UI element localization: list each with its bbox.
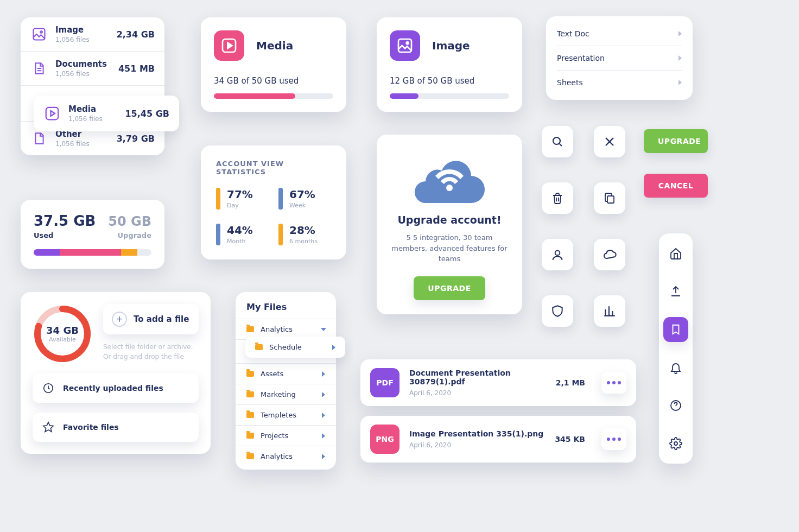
svg-rect-4 — [398, 39, 411, 52]
recent-files-link[interactable]: Recently uploaded files — [33, 373, 199, 403]
cancel-button[interactable]: CANCEL — [644, 174, 708, 198]
chart-button[interactable] — [594, 295, 625, 327]
copy-button[interactable] — [594, 182, 625, 214]
upgrade-title: Upgrade account! — [391, 214, 508, 226]
shield-button[interactable] — [542, 295, 573, 327]
folder-analytics-2[interactable]: Analytics — [236, 446, 336, 466]
storage-used-card: 37.5 GB50 GB UsedUpgrade — [21, 200, 164, 269]
file-date: April 6, 2020 — [409, 389, 546, 397]
used-label: Used — [34, 231, 53, 239]
clock-icon — [42, 382, 54, 394]
document-icon — [30, 60, 48, 77]
stat-month: 44%Month — [216, 224, 269, 245]
cloud-button[interactable] — [594, 239, 625, 270]
chevron-down-icon — [321, 328, 326, 331]
ctx-label: Sheets — [557, 78, 583, 87]
chevron-right-icon — [678, 55, 682, 61]
folder-icon — [246, 391, 254, 397]
storage-categories: Image1,056 files 2,34 GB Documents1,056 … — [21, 17, 164, 155]
file-date: April 6, 2020 — [409, 441, 545, 449]
ctx-label: Presentation — [557, 54, 605, 62]
chevron-right-icon — [322, 433, 325, 439]
ctx-label: Text Doc — [557, 29, 589, 38]
used-max: 50 GB — [108, 214, 151, 229]
upgrade-label[interactable]: Upgrade — [118, 231, 151, 239]
my-files-panel: My Files Analytics Assets Marketing Temp… — [236, 292, 336, 470]
stats-title: ACCOUNT VIEW STATISTICS — [216, 160, 331, 176]
sidebar-help[interactable] — [663, 393, 688, 418]
plus-icon: + — [112, 312, 127, 327]
close-button[interactable] — [594, 126, 625, 157]
upgrade-desc: 5 5 integration, 30 team members, advanc… — [391, 232, 508, 264]
media-title: Media — [256, 39, 293, 52]
sidebar-notifications[interactable] — [663, 355, 688, 380]
chevron-right-icon — [322, 454, 325, 459]
folder-projects[interactable]: Projects — [236, 425, 336, 446]
category-documents[interactable]: Documents1,056 files 451 MB — [21, 52, 164, 86]
chevron-right-icon — [678, 80, 682, 85]
upgrade-button-small[interactable]: UPGRADE — [644, 129, 708, 153]
category-media[interactable]: Media1,056 files 15,45 GB — [34, 96, 179, 131]
my-files-title: My Files — [246, 302, 325, 312]
image-tile-icon — [390, 30, 420, 61]
image-progress — [390, 93, 509, 99]
favorite-files-link[interactable]: Favorite files — [33, 413, 199, 442]
category-size: 451 MB — [118, 64, 155, 74]
cloud-icon — [411, 149, 487, 203]
chevron-right-icon — [322, 413, 325, 418]
upload-hint: Select file folder or archive.Or drag an… — [103, 342, 199, 362]
ctx-presentation[interactable]: Presentation — [557, 46, 682, 71]
media-usage-card: Media 34 GB of 50 GB used — [201, 17, 346, 112]
file-badge: PNG — [370, 425, 400, 454]
more-button[interactable] — [601, 428, 626, 450]
ctx-sheets[interactable]: Sheets — [557, 71, 682, 94]
category-sub: 1,056 files — [55, 70, 118, 78]
folder-schedule[interactable]: Schedule — [245, 337, 345, 358]
folder-icon — [246, 453, 254, 459]
category-title: Documents — [55, 59, 118, 69]
folder-assets[interactable]: Assets — [236, 363, 336, 384]
upgrade-button[interactable]: UPGRADE — [414, 276, 485, 300]
folder-marketing[interactable]: Marketing — [236, 384, 336, 404]
svg-point-7 — [553, 137, 560, 144]
file-item-pdf[interactable]: PDF Document Presentation 30879(1).pdfAp… — [360, 359, 636, 406]
add-file-button[interactable]: +To add a file — [103, 304, 199, 334]
category-image[interactable]: Image1,056 files 2,34 GB — [21, 17, 164, 52]
storage-ring: 34 GBAvailable — [33, 304, 92, 364]
svg-point-6 — [446, 185, 453, 191]
stat-6months: 28%6 months — [278, 224, 331, 245]
category-title: Media — [68, 104, 125, 114]
svg-rect-0 — [34, 29, 45, 40]
sidebar — [659, 233, 693, 464]
media-usage-text: 34 GB of 50 GB used — [214, 76, 333, 86]
category-sub: 1,056 files — [68, 115, 125, 123]
sidebar-upload[interactable] — [663, 279, 688, 304]
upload-widget: 34 GBAvailable +To add a file Select fil… — [21, 292, 211, 454]
sidebar-settings[interactable] — [663, 431, 688, 456]
trash-button[interactable] — [542, 182, 573, 214]
svg-rect-2 — [46, 107, 59, 120]
search-button[interactable] — [542, 126, 573, 157]
image-usage-card: Image 12 GB of 50 GB used — [377, 17, 522, 112]
file-name: Image Presentation 335(1).png — [409, 429, 545, 438]
more-button[interactable] — [601, 372, 626, 394]
user-button[interactable] — [542, 239, 573, 270]
sidebar-bookmark[interactable] — [663, 317, 688, 342]
media-progress — [214, 93, 333, 99]
ctx-text-doc[interactable]: Text Doc — [557, 22, 682, 46]
sidebar-home[interactable] — [663, 241, 688, 266]
star-icon — [42, 421, 54, 433]
image-icon — [30, 26, 48, 43]
chevron-right-icon — [322, 392, 325, 397]
file-size: 2,1 MB — [556, 378, 585, 387]
svg-point-9 — [555, 250, 560, 255]
chevron-right-icon — [322, 371, 325, 377]
file-name: Document Presentation 30879(1).pdf — [409, 369, 546, 386]
folder-templetes[interactable]: Templetes — [236, 404, 336, 425]
file-size: 345 KB — [555, 435, 585, 444]
link-label: Favorite files — [63, 423, 119, 432]
category-title: Image — [55, 25, 117, 35]
file-item-png[interactable]: PNG Image Presentation 335(1).pngApril 6… — [360, 416, 636, 463]
folder-icon — [246, 326, 254, 332]
link-label: Recently uploaded files — [63, 384, 163, 392]
